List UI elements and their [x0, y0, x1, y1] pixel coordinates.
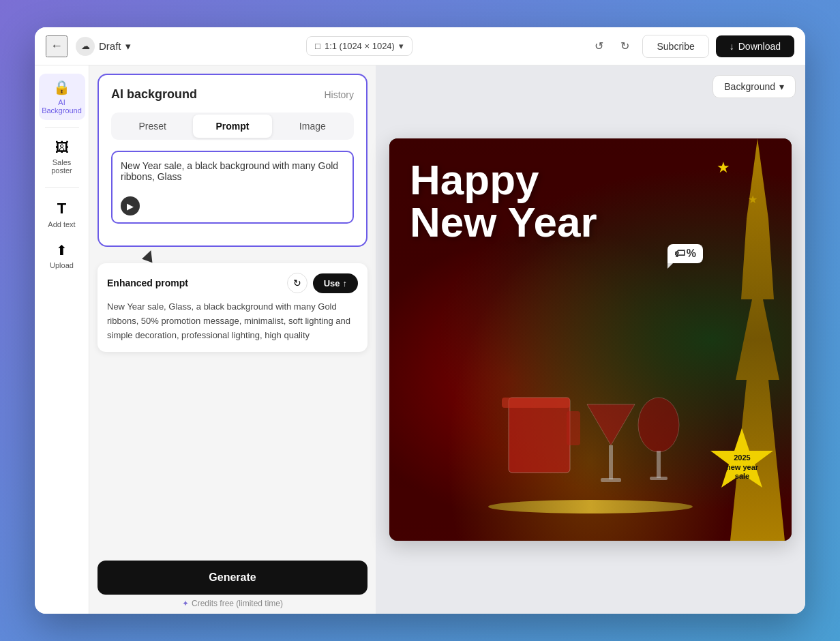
- subscribe-button[interactable]: Subcribe: [642, 35, 708, 58]
- use-icon: ↑: [343, 278, 348, 288]
- canvas-frame: Happy New Year 🏷 % ★ ★: [389, 138, 792, 541]
- generate-area: Generate ✦ Credits free (limited time): [89, 552, 376, 614]
- canvas-area: Background ▾ Happy New Year 🏷 %: [376, 65, 805, 614]
- upload-icon: ⬆: [56, 242, 68, 258]
- price-tag: 🏷 %: [668, 244, 703, 263]
- sidebar-item-sales-poster[interactable]: 🖼 Sales poster: [39, 134, 85, 180]
- draft-label: Draft: [99, 40, 121, 52]
- canvas-happy-text: Happy: [410, 159, 597, 201]
- sidebar-divider-1: [45, 127, 79, 128]
- svg-rect-7: [657, 451, 661, 478]
- sidebar-item-sales-label: Sales poster: [42, 158, 82, 175]
- tab-image[interactable]: Image: [273, 115, 352, 138]
- back-button[interactable]: ←: [46, 35, 68, 57]
- use-label: Use: [324, 278, 340, 288]
- sidebar-item-add-text[interactable]: T Add text: [39, 194, 85, 234]
- svg-rect-5: [601, 478, 621, 482]
- credits-text: ✦ Credits free (limited time): [97, 599, 368, 608]
- enhanced-header: Enhanced prompt ↻ Use ↑: [107, 273, 358, 293]
- enhanced-actions: ↻ Use ↑: [287, 273, 358, 293]
- sidebar-item-text-label: Add text: [48, 220, 75, 228]
- enhanced-text: New Year sale, Glass, a black background…: [107, 300, 358, 342]
- prompt-textarea[interactable]: [121, 160, 344, 211]
- generate-button[interactable]: Generate: [97, 561, 368, 595]
- sale-badge-container: 2025new yearsale: [703, 425, 781, 503]
- background-button[interactable]: Background ▾: [712, 75, 796, 98]
- draft-section[interactable]: ☁ Draft ▾: [76, 37, 131, 56]
- sidebar-divider-2: [45, 187, 79, 188]
- credits-label: Credits free (limited time): [192, 599, 283, 608]
- sidebar-item-ai-background[interactable]: 🔒 AI Background: [39, 74, 85, 120]
- use-button[interactable]: Use ↑: [313, 273, 358, 293]
- prompt-input-area: ▶: [111, 151, 354, 224]
- refresh-button[interactable]: ↻: [287, 273, 308, 293]
- tab-prompt[interactable]: Prompt: [193, 115, 271, 138]
- enhanced-title: Enhanced prompt: [107, 278, 188, 288]
- add-text-icon: T: [57, 200, 66, 218]
- send-icon: ▶: [127, 201, 134, 211]
- topbar: ← ☁ Draft ▾ □ 1:1 (1024 × 1024) ▾ ↺ ↻ Su…: [35, 27, 805, 65]
- sidebar-item-upload[interactable]: ⬆ Upload: [39, 237, 85, 275]
- sale-badge-text: 2025new yearsale: [726, 453, 758, 481]
- panel-header: AI background History: [111, 87, 354, 102]
- tab-preset[interactable]: Preset: [113, 115, 192, 138]
- svg-marker-3: [587, 404, 635, 445]
- topbar-right: ↺ ↻ Subcribe ↓ Download: [588, 35, 794, 58]
- svg-rect-2: [567, 411, 580, 445]
- canvas-new-year-text: New Year: [410, 201, 597, 243]
- topbar-center: □ 1:1 (1024 × 1024) ▾: [139, 36, 580, 56]
- sidebar-item-upload-label: Upload: [50, 261, 74, 269]
- panel-title: AI background: [111, 87, 197, 102]
- cloud-icon: ☁: [76, 37, 95, 56]
- enhanced-prompt-box: Enhanced prompt ↻ Use ↑ New Year sale, G…: [97, 263, 368, 352]
- canvas-toolbar: Background ▾: [712, 75, 796, 98]
- draft-dropdown-icon: ▾: [125, 40, 131, 53]
- app-window: ← ☁ Draft ▾ □ 1:1 (1024 × 1024) ▾ ↺ ↻ Su…: [35, 27, 805, 614]
- background-label: Background: [724, 81, 775, 92]
- gold-star-1: ★: [717, 159, 730, 177]
- aspect-ratio-button[interactable]: □ 1:1 (1024 × 1024) ▾: [306, 36, 412, 56]
- ai-background-icon: 🔒: [53, 79, 70, 95]
- aspect-dropdown-icon: ▾: [399, 41, 404, 51]
- svg-rect-1: [502, 398, 570, 408]
- cocktail-glasses: [488, 370, 693, 507]
- main-area: 🔒 AI Background 🖼 Sales poster T Add tex…: [35, 65, 805, 614]
- sidebar: 🔒 AI Background 🖼 Sales poster T Add tex…: [35, 65, 89, 614]
- ai-background-panel: AI background History Preset Prompt Imag…: [89, 65, 376, 614]
- canvas-background: Happy New Year 🏷 % ★ ★: [389, 138, 792, 541]
- send-button[interactable]: ▶: [121, 196, 140, 215]
- sales-poster-icon: 🖼: [55, 140, 69, 155]
- aspect-ratio-label: 1:1 (1024 × 1024): [325, 41, 395, 51]
- download-icon: ↓: [730, 41, 734, 52]
- tabs-row: Preset Prompt Image: [111, 113, 354, 140]
- aspect-ratio-icon: □: [315, 41, 320, 51]
- history-link[interactable]: History: [324, 89, 354, 100]
- download-button[interactable]: ↓ Download: [716, 35, 794, 57]
- credits-star-icon: ✦: [182, 599, 189, 608]
- undo-button[interactable]: ↺: [588, 35, 610, 57]
- svg-point-6: [638, 398, 679, 452]
- svg-rect-4: [609, 445, 613, 479]
- svg-rect-8: [650, 477, 668, 480]
- sidebar-item-ai-label: AI Background: [42, 98, 82, 115]
- ai-bg-card: AI background History Preset Prompt Imag…: [97, 74, 368, 247]
- background-dropdown-icon: ▾: [779, 81, 784, 92]
- redo-button[interactable]: ↻: [614, 35, 635, 57]
- undo-redo-group: ↺ ↻: [588, 35, 635, 57]
- canvas-text-overlay: Happy New Year: [410, 159, 597, 243]
- price-tag-label: %: [687, 248, 696, 260]
- svg-rect-0: [509, 398, 570, 473]
- price-tag-icon: 🏷: [674, 248, 685, 260]
- download-label: Download: [738, 41, 781, 52]
